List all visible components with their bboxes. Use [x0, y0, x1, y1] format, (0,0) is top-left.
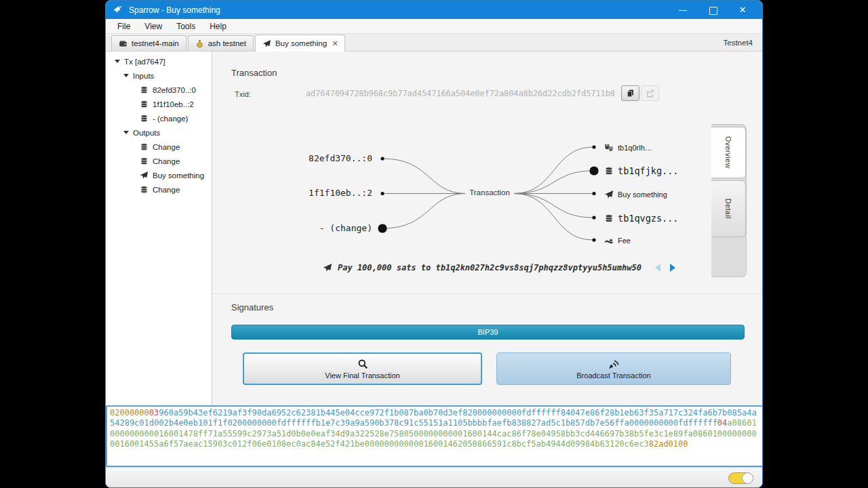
- diagram-output-tb1qvgzs[interactable]: tb1qvgzs...: [604, 212, 678, 224]
- tree-item-outputs[interactable]: Outputs: [106, 125, 212, 140]
- close-tab-icon[interactable]: ×: [332, 40, 338, 47]
- app-window: Sparrow - Buy something ✕ FileViewToolsH…: [105, 0, 763, 488]
- view-side-tabs: Overview Detail: [711, 124, 747, 277]
- tabs: testnet4-main ash testnet Buy something …: [111, 35, 347, 51]
- input-dot-selected[interactable]: [378, 224, 387, 232]
- hex-line: 54289c01d002b4e0eb101f1f0200000000fdffff…: [110, 418, 762, 428]
- send-icon: [323, 263, 332, 272]
- diagram-output-buy-something[interactable]: Buy something: [604, 188, 667, 200]
- main-panel: Transaction Txid: ad7647094728b968c9b77a…: [212, 52, 763, 405]
- wallet-tab-ash-testnet[interactable]: ash testnet: [188, 35, 254, 51]
- payment-caption: Pay 100,000 sats to tb1q2kn027h2c9vs8sqj…: [323, 263, 675, 272]
- coins-icon: [140, 114, 149, 123]
- expander-icon[interactable]: [123, 74, 129, 77]
- close-button[interactable]: ✕: [738, 5, 747, 15]
- send-icon: [140, 171, 149, 180]
- window-title: Sparrow - Buy something: [129, 5, 220, 15]
- diagram-input-1f1f10eb-2[interactable]: 1f1f10eb..:2: [270, 188, 372, 199]
- coins-icon: [604, 166, 614, 176]
- broadcast-transaction-button[interactable]: Broadcast Transaction: [496, 352, 731, 385]
- sparrow-logo-icon: [113, 5, 123, 15]
- payment-caption-text: Pay 100,000 sats to tb1q2kn027h2c9vs8sqj…: [338, 263, 642, 272]
- input-dot[interactable]: [380, 192, 384, 195]
- menu-tools[interactable]: Tools: [176, 22, 195, 31]
- menu-help[interactable]: Help: [210, 22, 226, 31]
- window-controls: ✕: [678, 5, 755, 15]
- output-dot[interactable]: [592, 238, 595, 241]
- menu-bar: FileViewToolsHelp: [106, 19, 762, 34]
- view-final-transaction-button[interactable]: View Final Transaction: [243, 352, 482, 385]
- transaction-hex-view[interactable]: 0200000003960a59b43ef6219af3f90da6952c62…: [106, 405, 763, 467]
- expander-icon[interactable]: [123, 131, 129, 134]
- status-bar: [106, 467, 763, 488]
- diagram-input-82efd370-0[interactable]: 82efd370..:0: [270, 153, 372, 164]
- diagram-node-label: Transaction: [467, 188, 512, 197]
- broadcast-icon: [608, 359, 619, 369]
- coins-icon: [140, 142, 149, 151]
- external-link-icon: [646, 89, 654, 98]
- output-dot[interactable]: [592, 192, 595, 195]
- menu-file[interactable]: File: [117, 22, 130, 31]
- tree-item-change[interactable]: Change: [106, 154, 212, 168]
- wallet-tab-buy-something[interactable]: Buy something ×: [255, 35, 345, 52]
- coins-icon: [140, 100, 149, 108]
- send-icon: [604, 190, 614, 199]
- tree-item-change[interactable]: Change: [106, 182, 212, 197]
- tab-bar: testnet4-main ash testnet Buy something …: [106, 34, 762, 52]
- masks-icon: [604, 143, 614, 152]
- coins-icon: [140, 157, 149, 165]
- moneybag-icon: [195, 39, 204, 48]
- tree-item-tx-ad7647[interactable]: Tx [ad7647]: [106, 54, 212, 68]
- tree-item-buy-something[interactable]: Buy something: [106, 168, 212, 182]
- toggle-knob: [742, 472, 753, 484]
- hex-line: 0200000003960a59b43ef6219af3f90da6952c62…: [110, 408, 762, 418]
- signatures-section-title: Signatures: [231, 302, 273, 312]
- hex-line: 000000000016001478ff71a55599c2973a51d0b0…: [110, 429, 762, 439]
- transaction-section-title: Transaction: [231, 68, 277, 78]
- tree-item-82efd370-0[interactable]: 82efd370..:0: [106, 83, 212, 97]
- network-label: Testnet4: [724, 39, 762, 47]
- signature-progress-bar: BIP39: [231, 325, 745, 340]
- output-dot[interactable]: [592, 216, 595, 219]
- output-dot-selected[interactable]: [589, 166, 598, 175]
- menu-view[interactable]: View: [144, 22, 162, 31]
- transaction-tree-sidebar: Tx [ad7647] Inputs 82efd370..:0 1f1f10eb…: [106, 52, 212, 405]
- coins-icon: [140, 185, 149, 194]
- title-bar: Sparrow - Buy something ✕: [106, 1, 762, 19]
- section-divider: [212, 293, 763, 294]
- txid-value: ad7647094728b968c9b77ad4547166a504e0ef72…: [306, 89, 615, 98]
- network-toggle[interactable]: [728, 472, 753, 484]
- next-output-arrow[interactable]: [670, 264, 675, 272]
- copy-txid-button[interactable]: [621, 85, 639, 101]
- search-icon: [357, 359, 368, 369]
- diagram-output-tb1qfjkg[interactable]: tb1qfjkg...: [604, 165, 678, 176]
- output-dot[interactable]: [592, 145, 595, 148]
- minimize-button[interactable]: [678, 5, 688, 15]
- tree-item-1f1f10eb-2[interactable]: 1f1f10eb..:2: [106, 97, 212, 111]
- coins-icon: [140, 85, 149, 94]
- coins-icon: [604, 214, 614, 223]
- diagram-input-change[interactable]: - (change): [270, 223, 372, 234]
- tab-detail[interactable]: Detail: [711, 180, 746, 237]
- send-icon: [262, 39, 271, 48]
- diagram-output-tb1q0rlh[interactable]: tb1q0rlh…: [604, 142, 652, 153]
- tree-item-inputs[interactable]: Inputs: [106, 68, 212, 83]
- input-dot[interactable]: [380, 157, 384, 160]
- tree-item-change[interactable]: Change: [106, 140, 212, 154]
- wallet-icon: [119, 39, 127, 48]
- prev-output-arrow[interactable]: [655, 264, 660, 272]
- maximize-button[interactable]: [708, 5, 717, 15]
- open-external-button[interactable]: [641, 85, 659, 101]
- diagram-output-fee[interactable]: Fee: [604, 235, 631, 246]
- txid-label: Txid:: [235, 90, 251, 98]
- hand-icon: [604, 236, 614, 245]
- hex-line: 0016001455a6f57aeac15903c012f06e0108ec0a…: [110, 439, 762, 449]
- copy-icon: [626, 89, 635, 98]
- tree-item-change[interactable]: - (change): [106, 111, 212, 125]
- expander-icon[interactable]: [115, 60, 120, 63]
- tab-overview[interactable]: Overview: [711, 127, 746, 178]
- transaction-diagram: [212, 123, 763, 282]
- signature-progress-label: BIP39: [478, 328, 498, 336]
- wallet-tab-testnet4-main[interactable]: testnet4-main: [111, 35, 186, 51]
